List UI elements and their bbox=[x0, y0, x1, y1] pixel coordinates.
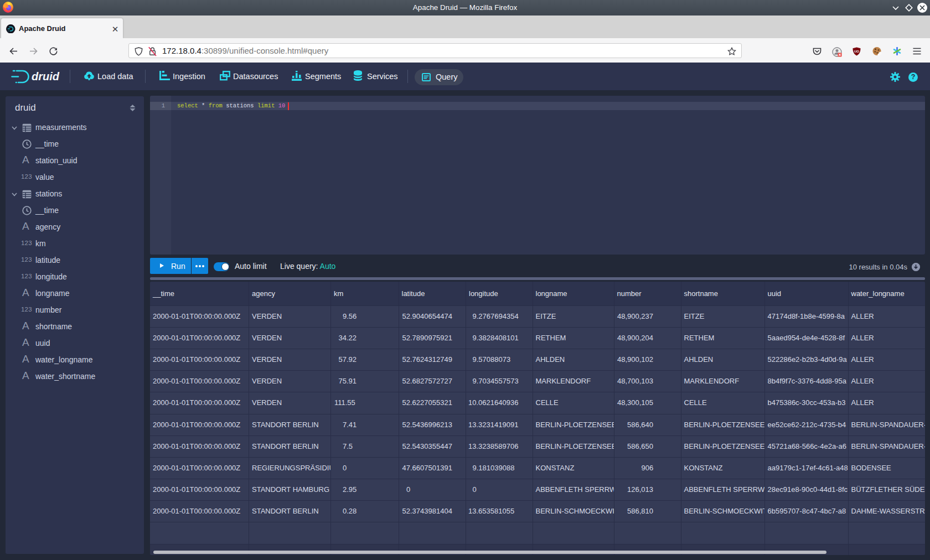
svg-text:UO: UO bbox=[854, 50, 859, 53]
